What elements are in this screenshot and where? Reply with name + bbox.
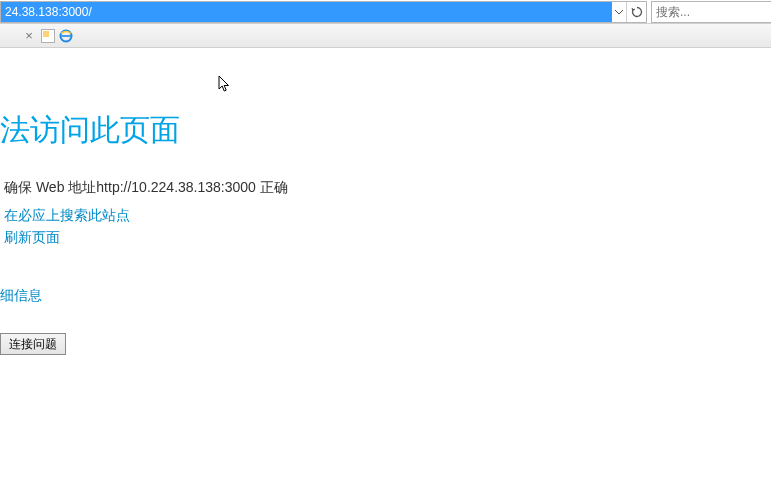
fix-connection-button[interactable]: 连接问题 xyxy=(0,333,66,355)
details-toggle[interactable]: 细信息 xyxy=(0,287,771,305)
refresh-button[interactable] xyxy=(626,2,646,22)
error-title: 法访问此页面 xyxy=(0,110,771,151)
address-bar-container xyxy=(0,1,647,23)
search-input[interactable] xyxy=(652,2,771,22)
error-message: 确保 Web 地址http://10.224.38.138:3000 正确 xyxy=(0,179,771,197)
tab-bar: × xyxy=(0,24,771,48)
svg-rect-1 xyxy=(43,31,49,37)
blank-page-icon[interactable] xyxy=(40,28,56,44)
search-bar-container xyxy=(651,1,771,23)
bing-search-link[interactable]: 在必应上搜索此站点 xyxy=(0,207,771,225)
ie-icon[interactable] xyxy=(58,28,74,44)
svg-rect-3 xyxy=(62,35,71,37)
address-history-dropdown[interactable] xyxy=(612,2,626,22)
cursor-icon xyxy=(218,75,232,96)
error-page-content: 法访问此页面 确保 Web 地址http://10.224.38.138:300… xyxy=(0,110,771,355)
refresh-page-link[interactable]: 刷新页面 xyxy=(0,229,771,247)
browser-toolbar xyxy=(0,0,771,24)
close-tab-icon[interactable]: × xyxy=(22,29,36,43)
address-input[interactable] xyxy=(1,2,612,22)
